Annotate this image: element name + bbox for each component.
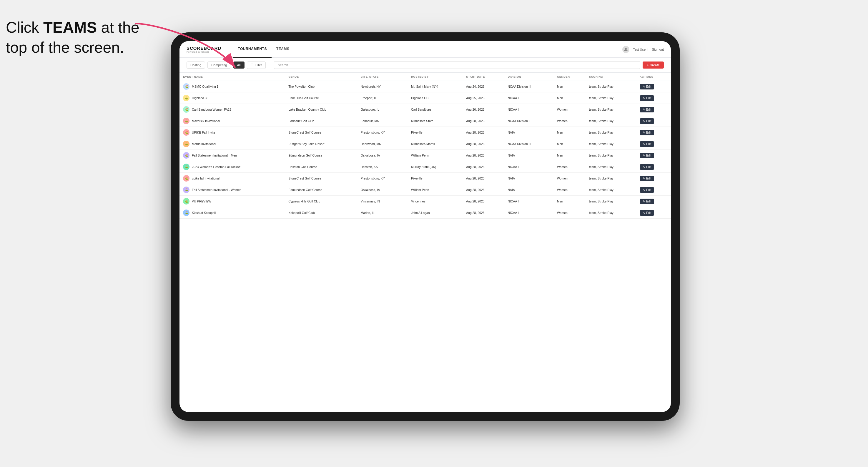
cell-start-date: Aug 26, 2023 (463, 104, 504, 115)
cell-venue: Edmundson Golf Course (285, 150, 357, 161)
cell-scoring: team, Stroke Play (586, 207, 636, 219)
cell-venue: Cypress Hills Golf Club (285, 196, 357, 207)
toolbar: Hosting Competing All ☰ Filter + Create (180, 58, 671, 73)
cell-city: Prestonsburg, KY (357, 173, 407, 184)
all-filter-btn[interactable]: All (233, 62, 245, 68)
table-container: EVENT NAME VENUE CITY, STATE HOSTED BY S… (180, 73, 671, 412)
cell-venue: Hesston Golf Course (285, 161, 357, 173)
edit-button[interactable]: Edit (640, 176, 654, 181)
cell-start-date: Aug 28, 2023 (463, 138, 504, 150)
cell-hosted-by: Pikeville (407, 127, 463, 138)
event-name-text: Fall Statesmen Invitational - Women (192, 188, 241, 192)
edit-button[interactable]: Edit (640, 199, 654, 204)
edit-button[interactable]: Edit (640, 210, 654, 216)
cell-actions: Edit (636, 173, 671, 184)
hosting-filter-btn[interactable]: Hosting (187, 62, 205, 68)
cell-venue: Kokopelli Golf Club (285, 207, 357, 219)
cell-city: Newburgh, NY (357, 81, 407, 92)
cell-venue: Lake Bracken Country Club (285, 104, 357, 115)
cell-event-name: ⛳ Fall Statesmen Invitational - Men (180, 150, 285, 161)
table-body: ⛳ MSMC Qualifying 1 The Powelton Club Ne… (180, 81, 671, 219)
cell-venue: Ruttger's Bay Lake Resort (285, 138, 357, 150)
event-name-text: 2023 Women's Hesston Fall Kickoff (192, 165, 240, 168)
nav-signout[interactable]: Sign out (652, 48, 664, 51)
cell-hosted-by: John A Logan (407, 207, 463, 219)
filter-icon: ☰ (251, 63, 254, 67)
nav-bar: SCOREBOARD Powered by Clippit TOURNAMENT… (180, 41, 671, 58)
cell-event-name: ⛳ Carl Sandburg Women FA23 (180, 104, 285, 115)
cell-actions: Edit (636, 92, 671, 104)
cell-actions: Edit (636, 127, 671, 138)
cell-venue: StoneCrest Golf Course (285, 127, 357, 138)
cell-scoring: team, Stroke Play (586, 92, 636, 104)
cell-division: NCAA Division II (504, 115, 553, 127)
cell-division: NAIA (504, 184, 553, 196)
cell-actions: Edit (636, 115, 671, 127)
table-row: ⛳ Morris Invitational Ruttger's Bay Lake… (180, 138, 671, 150)
col-actions: ACTIONS (636, 73, 671, 81)
edit-button[interactable]: Edit (640, 107, 654, 113)
cell-event-name: ⛳ Klash at Kokopelli (180, 207, 285, 219)
edit-button[interactable]: Edit (640, 84, 654, 89)
col-division: DIVISION (504, 73, 553, 81)
event-name-text: Klash at Kokopelli (192, 211, 216, 215)
table-header: EVENT NAME VENUE CITY, STATE HOSTED BY S… (180, 73, 671, 81)
cell-start-date: Aug 28, 2023 (463, 196, 504, 207)
cell-gender: Women (554, 161, 586, 173)
edit-button[interactable]: Edit (640, 141, 654, 147)
event-icon: ⛳ (183, 106, 189, 113)
cell-start-date: Aug 28, 2023 (463, 161, 504, 173)
cell-event-name: ⛳ Maverick Invitational (180, 115, 285, 127)
event-name-text: VU PREVIEW (192, 199, 211, 203)
cell-venue: The Powelton Club (285, 81, 357, 92)
col-hosted-by: HOSTED BY (407, 73, 463, 81)
nav-link-teams[interactable]: TEAMS (272, 41, 294, 58)
cell-scoring: team, Stroke Play (586, 104, 636, 115)
create-btn[interactable]: + Create (643, 62, 664, 68)
nav-links: TOURNAMENTS TEAMS (233, 41, 622, 58)
edit-button[interactable]: Edit (640, 164, 654, 170)
table-row: ⛳ UPIKE Fall Invite StoneCrest Golf Cour… (180, 127, 671, 138)
cell-city: Marion, IL (357, 207, 407, 219)
event-icon: ⛳ (183, 210, 189, 216)
col-event-name: EVENT NAME (180, 73, 285, 81)
cell-venue: StoneCrest Golf Course (285, 173, 357, 184)
search-box (274, 61, 640, 69)
table-row: ⛳ Highland 36 Park Hills Golf Course Fre… (180, 92, 671, 104)
event-name-text: Highland 36 (192, 96, 208, 100)
cell-division: NICAA I (504, 92, 553, 104)
cell-division: NAIA (504, 150, 553, 161)
cell-actions: Edit (636, 207, 671, 219)
cell-scoring: team, Stroke Play (586, 184, 636, 196)
col-gender: GENDER (554, 73, 586, 81)
search-input[interactable] (274, 61, 640, 69)
cell-event-name: ⛳ UPIKE Fall Invite (180, 127, 285, 138)
cell-actions: Edit (636, 138, 671, 150)
cell-city: Faribault, MN (357, 115, 407, 127)
event-icon: ⛳ (183, 83, 189, 90)
cell-division: NICAA II (504, 196, 553, 207)
pencil-icon (643, 177, 645, 180)
cell-scoring: team, Stroke Play (586, 161, 636, 173)
cell-venue: Edmundson Golf Course (285, 184, 357, 196)
filter-options-btn[interactable]: ☰ Filter (247, 62, 266, 69)
edit-button[interactable]: Edit (640, 187, 654, 193)
cell-start-date: Aug 28, 2023 (463, 184, 504, 196)
cell-hosted-by: William Penn (407, 150, 463, 161)
edit-button[interactable]: Edit (640, 118, 654, 124)
cell-actions: Edit (636, 184, 671, 196)
edit-button[interactable]: Edit (640, 95, 654, 101)
cell-hosted-by: Mt. Saint Mary (NY) (407, 81, 463, 92)
competing-filter-btn[interactable]: Competing (208, 62, 231, 68)
nav-right: Test User | Sign out (622, 46, 664, 53)
cell-division: NCAA Division III (504, 138, 553, 150)
cell-event-name: ⛳ VU PREVIEW (180, 196, 285, 207)
cell-gender: Women (554, 173, 586, 184)
edit-button[interactable]: Edit (640, 153, 654, 158)
event-name-text: Fall Statesmen Invitational - Men (192, 154, 237, 157)
nav-link-tournaments[interactable]: TOURNAMENTS (233, 41, 272, 58)
cell-start-date: Aug 28, 2023 (463, 115, 504, 127)
edit-button[interactable]: Edit (640, 130, 654, 135)
instruction-text: Click TEAMS at thetop of the screen. (6, 18, 140, 57)
cell-hosted-by: William Penn (407, 184, 463, 196)
